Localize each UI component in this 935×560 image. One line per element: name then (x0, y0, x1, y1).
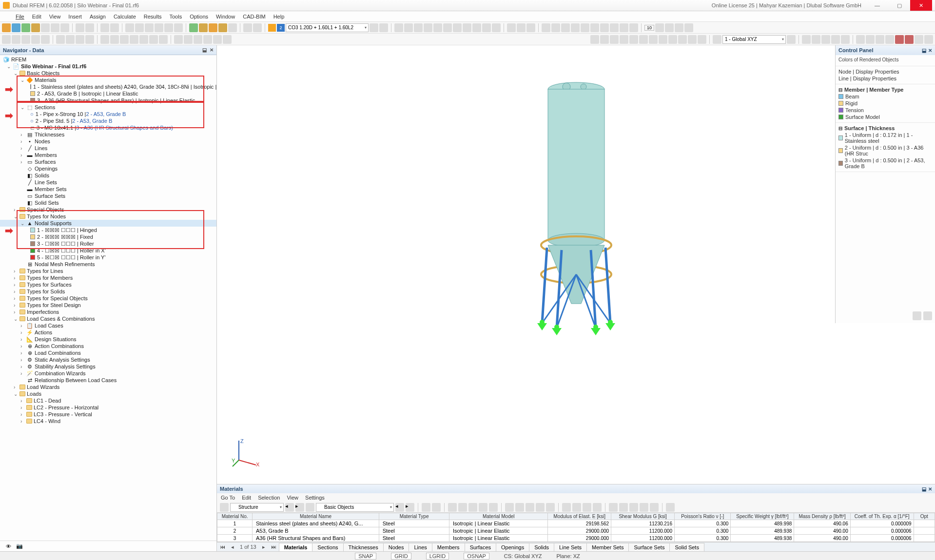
tb-btn-icon[interactable] (655, 23, 664, 32)
tb-calc-icon[interactable] (189, 23, 198, 32)
tree-support-1[interactable]: 1 - ☒☒☒ ☐☐☐ | Hinged (0, 227, 216, 233)
tb-btn-icon[interactable] (665, 23, 674, 32)
tab-thicknesses[interactable]: Thicknesses (343, 543, 384, 551)
tb-btn-icon[interactable] (76, 23, 84, 32)
tb-calc-icon[interactable] (228, 23, 237, 32)
bm-menu-settings[interactable]: Settings (305, 495, 325, 501)
menu-cad-bim[interactable]: CAD-BIM (239, 13, 269, 20)
tree-types-lines[interactable]: ›Types for Lines (0, 268, 216, 274)
bm-menu-edit[interactable]: Edit (242, 495, 251, 501)
menu-window[interactable]: Window (212, 13, 239, 20)
bm-icon[interactable] (593, 503, 602, 512)
cp-btn-icon[interactable] (913, 311, 921, 320)
tab-solid-sets[interactable]: Solid Sets (669, 543, 704, 551)
tab-surface-sets[interactable]: Surface Sets (628, 543, 670, 551)
tree-rel-lc[interactable]: ⇄Relationship Between Load Cases (0, 377, 216, 384)
menu-view[interactable]: View (45, 13, 65, 20)
tb-view-icon[interactable] (125, 23, 134, 32)
tree-material-3[interactable]: 3 - A36 (HR Structural Shapes and Bars) … (0, 97, 216, 104)
tree-material-1[interactable]: 1 - Stainless steel (plates and sheets) … (0, 83, 216, 90)
menu-assign[interactable]: Assign (86, 13, 110, 20)
tree-imperfections[interactable]: ›Imperfections (0, 309, 216, 315)
navigator-tree[interactable]: 🧊RFEM ⌄📄Silo Webinar - Final 01.rf6 ⌄Bas… (0, 55, 216, 541)
tb-btn-icon[interactable] (610, 35, 619, 44)
tb-btn-icon[interactable] (41, 35, 50, 44)
bm-icon[interactable] (536, 503, 545, 512)
pin-icon[interactable]: ⬓ (202, 47, 207, 53)
tb-btn-icon[interactable] (76, 35, 84, 44)
tb-btn-icon[interactable] (620, 23, 628, 32)
tb-btn-icon[interactable] (453, 23, 462, 32)
tab-materials[interactable]: Materials (279, 543, 313, 551)
tb-btn-icon[interactable] (184, 35, 193, 44)
tb-btn-icon[interactable] (2, 35, 11, 44)
tb-btn-icon[interactable] (159, 35, 168, 44)
tb-calc-icon[interactable] (218, 23, 227, 32)
tb-prev-icon[interactable] (370, 23, 378, 32)
tree-nodes[interactable]: ›•Nodes (0, 138, 216, 145)
tree-nodal-supports[interactable]: ⌄▲Nodal Supports (0, 220, 216, 227)
eye-icon[interactable]: 👁 (6, 543, 11, 549)
bm-menu-goto[interactable]: Go To (221, 495, 235, 501)
tree-sections[interactable]: ⌄⬚Sections (0, 104, 216, 111)
table-row[interactable]: 1 Stainless steel (plates and sheets) A2… (217, 520, 935, 527)
tb-btn-icon[interactable] (51, 23, 59, 32)
tree-section-3[interactable]: ⊏3 - MC 10x41.1 | 3 - A36 (HR Structural… (0, 124, 216, 131)
tree-types-steel[interactable]: ›Types for Steel Design (0, 302, 216, 309)
tb-btn-icon[interactable] (600, 23, 609, 32)
tb-btn-icon[interactable] (149, 35, 158, 44)
tb-btn-icon[interactable] (433, 23, 442, 32)
bm-help-icon[interactable] (666, 503, 675, 512)
tb-btn-icon[interactable] (885, 35, 894, 44)
tb-next-icon[interactable] (379, 23, 388, 32)
3d-viewport[interactable]: Z X Y Control Panel ⬓ ✕ Colors of Render… (217, 45, 935, 551)
tree-comb-wiz[interactable]: ›🪄Combination Wizards (0, 370, 216, 377)
tb-calc-icon[interactable] (199, 23, 208, 32)
tab-nodes[interactable]: Nodes (383, 543, 409, 551)
bm-icon[interactable] (609, 503, 618, 512)
table-row[interactable]: 3 A36 (HR Structural Shapes and Bars) St… (217, 535, 935, 542)
close-button[interactable]: ✕ (910, 0, 932, 11)
menu-file[interactable]: File (12, 13, 28, 20)
tab-last-icon[interactable]: ⏭ (268, 544, 279, 550)
tb-btn-icon[interactable] (223, 35, 232, 44)
tree-surfaces[interactable]: ›▭Surfaces (0, 158, 216, 165)
tb-btn-icon[interactable] (659, 35, 667, 44)
tree-support-5[interactable]: 5 - ☒☐☒ ☐☐☐ | Roller in Y' (0, 254, 216, 261)
tab-lines[interactable]: Lines (409, 543, 432, 551)
cp-beam[interactable]: Beam (838, 93, 932, 100)
tb-btn-icon[interactable] (31, 35, 40, 44)
tab-member-sets[interactable]: Member Sets (586, 543, 629, 551)
tb-numspin[interactable]: 10 (644, 25, 654, 31)
bm-icon[interactable] (306, 503, 314, 512)
tb-btn-icon[interactable] (905, 35, 914, 44)
menu-insert[interactable]: Insert (64, 13, 86, 20)
tree-types-solids[interactable]: ›Types for Solids (0, 288, 216, 295)
tree-types-special[interactable]: ›Types for Special Objects (0, 295, 216, 302)
tb-btn-icon[interactable] (787, 35, 796, 44)
tb-btn-icon[interactable] (203, 35, 212, 44)
tree-section-2[interactable]: ○2 - Pipe Std. 5 | 2 - A53, Grade B (0, 117, 216, 124)
camera-icon[interactable]: 📷 (16, 543, 23, 549)
tb-btn-icon[interactable] (831, 35, 840, 44)
tree-special-objects[interactable]: ›Special Objects (0, 206, 216, 213)
close-panel-icon[interactable]: ✕ (210, 47, 214, 53)
tab-line-sets[interactable]: Line Sets (554, 543, 587, 551)
tree-static-set[interactable]: ›⚙Static Analysis Settings (0, 356, 216, 363)
tb-btn-icon[interactable] (866, 35, 875, 44)
cp-thickness-1[interactable]: 1 - Uniform | d : 0.172 in | 1 - Stainle… (838, 132, 932, 144)
tb-btn-icon[interactable] (424, 23, 432, 32)
bm-tree-icon[interactable] (220, 503, 229, 512)
tb-btn-icon[interactable] (517, 23, 526, 32)
tb-btn-icon[interactable] (856, 35, 865, 44)
tb-btn-icon[interactable] (243, 23, 252, 32)
tree-material-2[interactable]: 2 - A53, Grade B | Isotropic | Linear El… (0, 90, 216, 97)
bm-structure-combo[interactable]: Structure (230, 503, 284, 512)
tb-view-icon[interactable] (174, 23, 183, 32)
tb-btn-icon[interactable] (526, 23, 535, 32)
tab-openings[interactable]: Openings (496, 543, 529, 551)
tree-lines[interactable]: ›╱Lines (0, 145, 216, 152)
pin-icon[interactable]: ⬓ (922, 48, 926, 53)
tb-save-icon[interactable] (21, 23, 30, 32)
tree-lc2[interactable]: ›LC2 - Pressure - Horizontal (0, 404, 216, 411)
